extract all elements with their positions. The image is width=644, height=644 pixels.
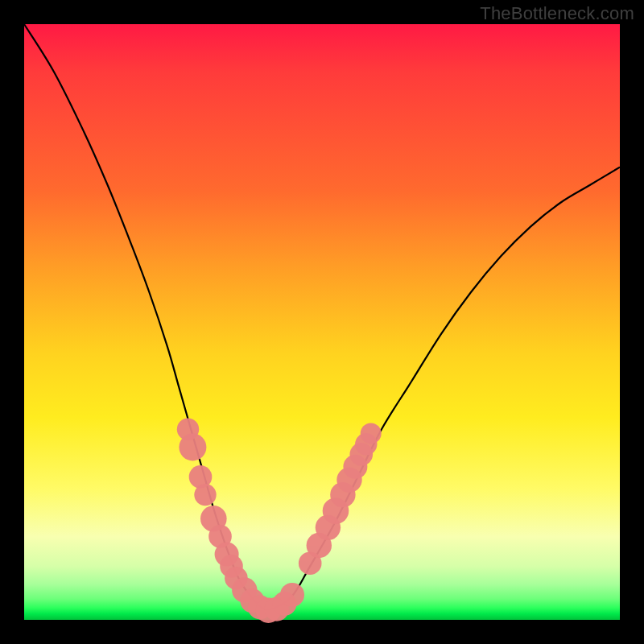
curve-svg: [24, 24, 620, 620]
chart-frame: TheBottleneck.com: [0, 0, 644, 644]
curve-markers: [177, 419, 382, 623]
marker-dot: [361, 423, 382, 444]
watermark-text: TheBottleneck.com: [480, 3, 634, 24]
plot-area: [24, 24, 620, 620]
marker-dot: [280, 583, 304, 607]
marker-dot: [194, 484, 216, 506]
marker-dot: [179, 433, 206, 460]
